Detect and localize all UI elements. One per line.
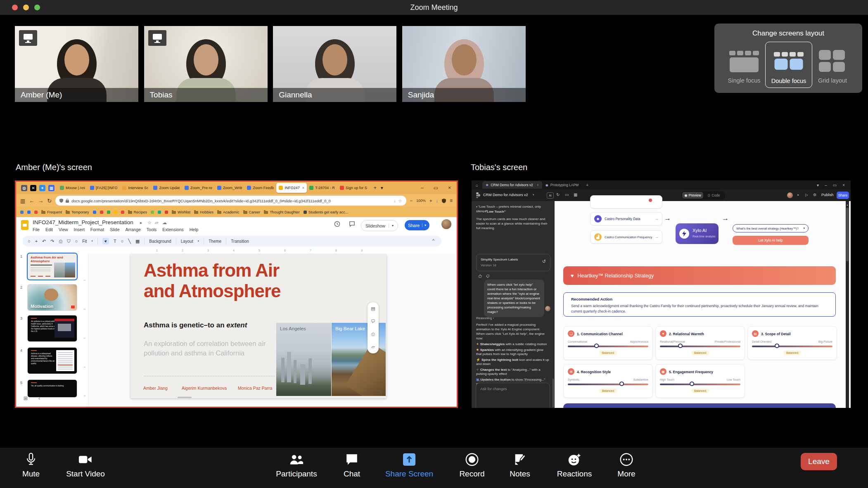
publish-button[interactable]: Publish [821, 193, 834, 197]
bookmark-item[interactable]: Recipes [128, 210, 147, 214]
slider-track[interactable] [568, 384, 648, 385]
downloads-icon[interactable]: ↓ [436, 198, 438, 203]
close-button[interactable]: × [448, 185, 451, 191]
browser-tab[interactable]: Zoom Feedb [244, 183, 276, 193]
bookmark-site-icon[interactable] [165, 211, 168, 214]
menu-insert[interactable]: Insert [74, 227, 85, 232]
browser-tab[interactable]: Zoom Updat [151, 183, 182, 193]
strategy-question-dropdown[interactable]: What's the best overall strategy (Heartk… [733, 224, 809, 232]
bookmark-item[interactable]: Students get early acc... [304, 210, 349, 214]
maximize-button[interactable]: ▭ [434, 185, 438, 191]
menu-edit[interactable]: Edit [45, 227, 53, 232]
slide-thumbnail-5[interactable]: Yet, air quality communication is lackin… [28, 380, 77, 397]
forward-icon[interactable]: → [38, 198, 43, 204]
refresh-icon[interactable]: ↻ [556, 192, 560, 197]
bookmark-item[interactable]: Frequent [41, 210, 62, 214]
code-mode-button[interactable]: ⟨⟩Code [703, 192, 724, 199]
browser-tab[interactable]: Mouse | Ani [57, 183, 88, 193]
browser-tab[interactable]: Zoom_Pre-re [182, 183, 215, 193]
x-pinned-tab-icon[interactable]: ✕ [30, 185, 36, 191]
chat-input[interactable]: Ask for changes + ▤ ✧ ↑ [476, 383, 550, 408]
grid-view-icon[interactable]: ⊞ [24, 396, 28, 401]
figma-avatar[interactable] [787, 192, 793, 198]
slider-knob[interactable] [594, 343, 599, 348]
sidebar-icon[interactable]: ▥ [20, 198, 25, 204]
menu-extensions[interactable]: Extensions [162, 227, 183, 232]
bookmark-site-icon[interactable] [114, 211, 117, 214]
settings-gear-icon[interactable]: ⚙ [813, 193, 816, 197]
figma-tab[interactable]: ❖CRM Demo for Advisors v2× [482, 181, 542, 189]
paint-icon[interactable]: ⛉ [67, 239, 70, 244]
extension-shield-icon[interactable] [442, 199, 446, 203]
canvas-scrollbar[interactable]: ▲ [846, 201, 849, 408]
leave-button[interactable]: Leave [801, 453, 837, 470]
slider-track[interactable] [660, 346, 740, 347]
mute-button[interactable]: Mute [0, 452, 62, 479]
notes-button[interactable]: Notes [489, 452, 551, 479]
collapse-panel-chevron[interactable]: ‹ [380, 390, 382, 396]
bookmark-item[interactable]: Thought Daughter [264, 210, 300, 214]
browser-tab[interactable]: Sign up for S [337, 183, 370, 193]
bookmark-star-icon[interactable]: ☆ [398, 199, 402, 203]
bookmark-site-icon[interactable] [100, 211, 103, 214]
comments-panel-icon[interactable]: 🗩 [371, 319, 375, 324]
bookmark-site-icon[interactable] [107, 211, 110, 214]
filmstrip-collapse-icon[interactable]: ‹ [38, 396, 40, 401]
globe-pinned-tab-icon[interactable]: ◍ [21, 185, 27, 191]
video-tile-amber-me[interactable]: Amber (Me) [15, 26, 138, 102]
redo-icon[interactable]: ↷ [50, 239, 54, 244]
tab-list-icon[interactable]: ▾ [381, 185, 383, 191]
slider-knob[interactable] [775, 343, 779, 348]
menu-file[interactable]: File [33, 227, 40, 232]
select-tool-icon[interactable]: ➤ [102, 238, 109, 244]
participants-button[interactable]: Participants [266, 452, 327, 479]
slide-thumbnail-4[interactable]: Asthma is a widespread disease, affectin… [28, 348, 77, 374]
slider-track[interactable] [660, 384, 740, 385]
menu-arrange[interactable]: Arrange [125, 227, 140, 232]
layouts-panel-icon[interactable]: ▤ [371, 306, 375, 311]
folder-panel-icon[interactable]: ▱ [371, 344, 375, 350]
share-button[interactable]: Share▾ [405, 220, 429, 230]
bookmark-site-icon[interactable] [121, 211, 124, 214]
minimize-button[interactable]: – [421, 185, 424, 191]
insert-image-icon[interactable]: ⎙ [371, 332, 375, 337]
bookmark-site-icon[interactable] [34, 211, 38, 214]
browser-tab[interactable]: Zoom_Writt [215, 183, 244, 193]
more-button[interactable]: More [595, 452, 657, 479]
hamburger-menu-icon[interactable]: ≡ [450, 198, 453, 204]
slide-thumbnail-1[interactable]: Asthma from Air and Atmosphere [28, 253, 77, 280]
slider-track[interactable] [568, 346, 648, 347]
fit-dropdown[interactable]: Fit [82, 239, 87, 244]
new-tab-icon[interactable]: + [374, 185, 377, 191]
bookmark-site-icon[interactable] [93, 211, 96, 214]
chat-button[interactable]: Chat [321, 452, 383, 479]
slideshow-button[interactable]: Slideshow▾ [361, 220, 398, 231]
menu-tools[interactable]: Tools [147, 227, 157, 232]
tab-close-icon[interactable]: × [302, 186, 304, 190]
slide-thumbnail-3[interactable]: Air pollution is a critical public healt… [28, 315, 77, 341]
browser-tab[interactable]: Interview Sc [120, 183, 151, 193]
speaker-notes-handle[interactable] [178, 397, 192, 398]
shape-tool-icon[interactable]: ○ [121, 239, 124, 244]
zoom-icon[interactable]: ○ [75, 239, 78, 244]
bookmark-item[interactable]: Temporary [66, 210, 89, 214]
device-pen-icon[interactable]: ▦ [574, 192, 577, 197]
notion-pinned-tab-icon[interactable]: ▦ [48, 185, 55, 191]
thumbs-down-icon[interactable] [486, 274, 490, 279]
communication-frequency-card[interactable]: ▟ Castro Communication Frequency → [590, 230, 662, 244]
figma-project-title[interactable]: CRM Demo for Advisors v2 [483, 193, 528, 197]
undo-icon[interactable]: ↶ [42, 239, 46, 244]
restore-version-icon[interactable]: ↺ [542, 259, 546, 264]
figma-share-button[interactable]: Share [837, 192, 849, 199]
toolbar-layout-button[interactable]: Layout [181, 239, 193, 244]
figma-tab[interactable]: ◉Prototyping LAPM [542, 181, 582, 189]
menu-help[interactable]: Help [190, 227, 199, 232]
folder-icon[interactable]: ▱ [155, 220, 158, 225]
toolbar-background-button[interactable]: Background [149, 239, 171, 244]
bookmark-site-icon[interactable] [158, 211, 161, 214]
line-tool-icon[interactable]: ╲ [128, 239, 131, 244]
new-tab-icon[interactable]: + [586, 183, 588, 187]
personality-data-card[interactable]: ☻ Castro Personality Data → [590, 212, 662, 225]
bluesky-pinned-tab-icon[interactable]: ✦ [39, 185, 45, 191]
back-icon[interactable]: ← [29, 198, 34, 204]
